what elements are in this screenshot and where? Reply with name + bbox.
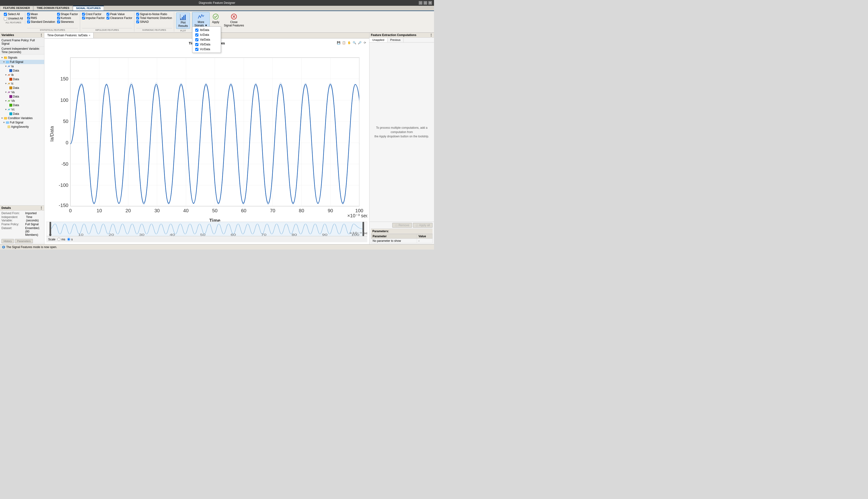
mean-checkbox[interactable]: Mean [27,12,55,16]
tree-full-signal[interactable]: ▼ Full Signal [0,60,44,64]
plot-save-icon[interactable]: 💾 [336,40,341,45]
peak-value-checkbox[interactable]: Peak Value [106,12,132,16]
remove-label: Remove [399,223,409,227]
svg-text:90: 90 [322,233,327,236]
plot-pan-icon[interactable]: ✋ [347,40,351,45]
dropdown-item-vb[interactable]: Vb/Data [192,42,221,47]
plot-group: PlotResults PLOT [174,12,192,33]
variables-menu-icon[interactable]: ⋮ [40,33,43,37]
snr-checkbox[interactable]: Signal-to-Noise Ratio [136,12,172,16]
tree-vc-data[interactable]: Data [0,112,44,116]
unselect-all-label: Unselect All [8,17,23,20]
svg-rect-11 [4,57,5,57]
skewness-checkbox[interactable]: Skewness [57,20,78,24]
rms-checkbox[interactable]: RMS [27,16,55,20]
scale-ms-option[interactable]: ms [57,238,65,241]
scale-ms-label[interactable]: ms [61,238,65,241]
tree-condition-vars[interactable]: ▼ Condition Variables [0,116,44,120]
tree-ic-data[interactable]: Data [0,86,44,90]
minimize-button[interactable]: ─ [419,1,423,5]
dropdown-item-ic[interactable]: Ic/Data [192,33,221,37]
crest-factor-checkbox[interactable]: Crest Factor [82,12,104,16]
apply-button[interactable]: Apply [210,12,222,25]
condition-vars-label: Condition Variables [8,117,33,120]
derived-from-label: Derived From: [1,211,24,215]
dropdown-item-va[interactable]: Va/Data [192,37,221,42]
scale-s-label[interactable]: s [71,238,73,241]
variables-title: Variables [1,33,14,37]
scale-s-option[interactable]: s [67,238,73,241]
ic-icon [8,82,11,85]
feature-extraction-menu[interactable]: ⋮ [430,33,432,37]
tree-va[interactable]: ▼ Va [0,90,44,94]
independent-details-value: Time (seconds) [26,216,43,222]
ia-color [9,69,12,72]
tree-vb[interactable]: ▼ Vb [0,99,44,103]
select-all-checkbox[interactable] [4,13,7,16]
footer-buttons: Remove Apply all [371,223,432,228]
plot-results-button[interactable]: PlotResults [176,12,190,29]
all-features-title: ALL FEATURES [4,21,23,24]
apply-icon [212,13,219,20]
previous-tab[interactable]: Previous [388,38,404,42]
plot-zoom-in-icon[interactable]: 🔍 [352,40,357,45]
impulse-factor-checkbox[interactable]: Impulse Factor [82,16,104,20]
dropdown-item-vc[interactable]: Vc/Data [192,47,221,52]
plot-copy-icon[interactable]: 📋 [341,40,346,45]
tree-container[interactable]: ▼ Signals ▼ Full Signal ▼ Ia Data [0,54,44,205]
unselect-all-checkbox[interactable] [4,17,7,20]
maximize-button[interactable]: □ [424,1,427,5]
empty-message: To process multiple computations, add a … [372,125,431,138]
plot-zoom-out-icon[interactable]: 🔎 [357,40,362,45]
mini-chart[interactable]: 0 10 20 30 40 50 60 70 80 90 100 ×10⁻³ s… [46,222,367,236]
status-message: The Signal Features mode is now open. [6,245,57,249]
dropdown-item-ib[interactable]: Ib/Data [192,28,221,33]
apply-all-button[interactable]: Apply all [413,223,432,228]
sinad-checkbox[interactable]: SINAD [136,20,172,24]
tree-aging-severity[interactable]: AgingSeverity [0,125,44,129]
tree-ic[interactable]: ▼ Ic [0,82,44,86]
tree-condition-full-signal[interactable]: ▼ Full Signal [0,120,44,125]
tree-signals-root[interactable]: ▼ Signals [0,56,44,60]
va-icon [8,91,11,94]
tab-feature-designer[interactable]: FEATURE DESIGNER [0,6,33,11]
title-bar: Diagnostic Feature Designer ─ □ ✕ [0,0,434,6]
unapplied-tab[interactable]: Unapplied [369,38,388,42]
scale-label: Scale [48,238,55,241]
independent-details-label: Independent Variable: [1,216,25,222]
close-button[interactable]: ✕ [428,1,432,5]
details-toggle[interactable]: ⋮ [40,206,43,210]
tree-vb-data[interactable]: Data [0,103,44,107]
signals-toggle[interactable]: ▼ [1,57,3,59]
thd-checkbox[interactable]: Total Harmonic Distortion [136,16,172,20]
std-dev-checkbox[interactable]: Standard Deviation [27,20,55,24]
kurtosis-checkbox[interactable]: Kurtosis [57,16,78,20]
derived-from-row: Derived From: Imported [1,211,43,215]
tree-ib[interactable]: ▼ Ib [0,73,44,77]
plot-reset-icon[interactable]: ⟳ [363,40,367,45]
window-controls[interactable]: ─ □ ✕ [419,1,432,5]
details-content: Derived From: Imported Independent Varia… [0,210,44,238]
parameters-button[interactable]: Parameters [15,239,33,243]
plot-tab-ia[interactable]: Time-Domain Features: Ia/Data ✕ [45,33,93,38]
tab-signal-features[interactable]: SIGNAL FEATURES [73,6,104,11]
tab-close-icon[interactable]: ✕ [89,34,90,37]
plot-container: Time-Domain Features 💾 📋 ✋ 🔍 🔎 ⟳ Ia/Data [45,38,369,244]
tree-vc[interactable]: ▼ Vc [0,107,44,112]
more-signals-button[interactable]: MoreSignals ▼ [192,12,210,28]
full-signal-toggle[interactable]: ▼ [3,61,5,63]
tree-ia[interactable]: ▼ Ia [0,64,44,69]
more-signals-dropdown: Ib/Data Ic/Data Va/Data Vb/Data Vc/Data [192,26,221,53]
tree-va-data[interactable]: Data [0,94,44,99]
shape-factor-checkbox[interactable]: Shape Factor [57,12,78,16]
close-signal-features-button[interactable]: CloseSignal Features [222,12,246,28]
vb-icon [8,99,11,102]
tree-ib-data[interactable]: Data [0,77,44,82]
clearance-factor-checkbox[interactable]: Clearance Factor [106,16,132,20]
tree-ia-data[interactable]: Data [0,69,44,73]
details-header[interactable]: Details ⋮ [0,206,44,210]
independent-var-details-row: Independent Variable: Time (seconds) [1,216,43,222]
remove-button[interactable]: Remove [392,223,412,228]
history-button[interactable]: History [1,239,14,243]
tab-time-domain-features[interactable]: TIME-DOMAIN FEATURES [34,6,73,11]
